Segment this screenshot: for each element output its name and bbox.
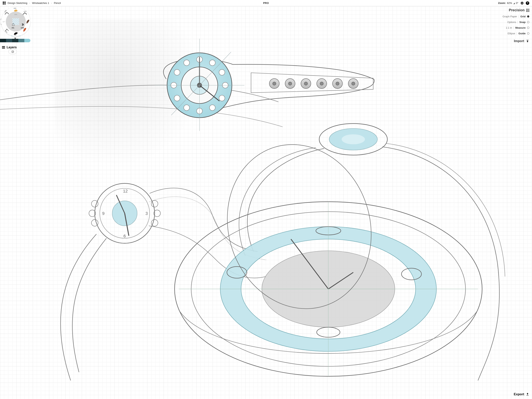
swatch[interactable] (6, 39, 12, 42)
layers-toggle[interactable]: Layers (2, 45, 17, 49)
svg-text:3: 3 (146, 211, 148, 216)
svg-point-21 (209, 105, 215, 111)
pro-badge[interactable]: PRO (263, 1, 269, 5)
toggle-dot-icon (527, 32, 529, 34)
sketch: 12 3 6 9 (0, 6, 532, 392)
gear-icon[interactable] (520, 1, 524, 5)
redo-icon[interactable]: ↷ (0, 23, 2, 26)
svg-text:12: 12 (123, 189, 128, 193)
swatch-active[interactable] (12, 39, 18, 42)
breadcrumb-sep: › (29, 1, 30, 5)
layer-thumb[interactable] (9, 49, 17, 54)
svg-point-9 (336, 82, 339, 85)
svg-point-17 (209, 60, 215, 66)
svg-point-26 (174, 69, 180, 75)
svg-point-7 (320, 82, 323, 85)
opacity-icon (12, 23, 14, 26)
svg-point-27 (184, 60, 190, 66)
svg-point-36 (92, 200, 98, 207)
drag-handle-icon[interactable] (14, 14, 17, 14)
svg-point-24 (174, 95, 180, 101)
brush-slot[interactable] (25, 19, 30, 24)
swatch[interactable] (18, 39, 24, 42)
drag-grid-icon[interactable] (526, 9, 529, 12)
import-icon (526, 39, 529, 43)
precision-panel: Precision Graph Paper Grid Options Snap … (503, 8, 529, 43)
svg-point-50 (342, 134, 365, 144)
toggle-dot-icon (527, 15, 529, 18)
row-measure[interactable]: 1:1 in Measure (503, 26, 529, 29)
svg-point-41 (151, 219, 158, 226)
svg-point-39 (151, 200, 158, 207)
export-icon (526, 393, 529, 396)
row-grid[interactable]: Graph Paper Grid (503, 15, 529, 18)
svg-point-18 (219, 69, 225, 75)
watch-top (155, 39, 374, 131)
undo-icon[interactable]: ↶ (0, 18, 2, 21)
layers-icon (2, 46, 5, 49)
svg-point-1 (273, 82, 276, 85)
svg-point-5 (304, 82, 307, 85)
precision-title[interactable]: Precision (509, 8, 525, 12)
brush-wheel[interactable]: 0% 18% .909 .015 .01 .433 ↩ .006 (1, 7, 30, 36)
breadcrumb[interactable]: Design Sketching (8, 1, 27, 5)
swatch[interactable] (0, 39, 6, 42)
breadcrumb-sep: › (51, 1, 52, 5)
row-guide[interactable]: Ellipse Guide (503, 32, 529, 35)
contrast-icon (21, 23, 24, 26)
topbar: Design Sketching › Wristwatches 1 › Penc… (0, 0, 532, 6)
color-strip[interactable] (0, 39, 30, 42)
row-snap[interactable]: Options Snap (503, 21, 529, 24)
breadcrumb[interactable]: Wristwatches 1 (32, 1, 49, 5)
swatch[interactable] (24, 39, 30, 42)
breadcrumb[interactable]: Pencil (54, 1, 61, 5)
zoom-control[interactable]: Zoom: 82% ◢0° (498, 1, 518, 5)
export-button[interactable]: Export (514, 392, 529, 396)
svg-point-3 (288, 82, 292, 85)
svg-point-38 (92, 219, 98, 226)
help-icon[interactable]: ? (526, 1, 529, 5)
toggle-dot-icon (527, 27, 529, 29)
brush-slot[interactable] (22, 27, 27, 32)
import-button[interactable]: Import (503, 39, 529, 43)
apps-icon[interactable] (3, 1, 6, 5)
watch-big (174, 126, 482, 376)
svg-point-20 (219, 95, 225, 101)
svg-point-11 (352, 82, 355, 85)
toggle-dot-icon (527, 21, 529, 23)
svg-point-23 (184, 105, 190, 111)
svg-text:6: 6 (123, 234, 126, 238)
svg-text:9: 9 (102, 211, 105, 216)
